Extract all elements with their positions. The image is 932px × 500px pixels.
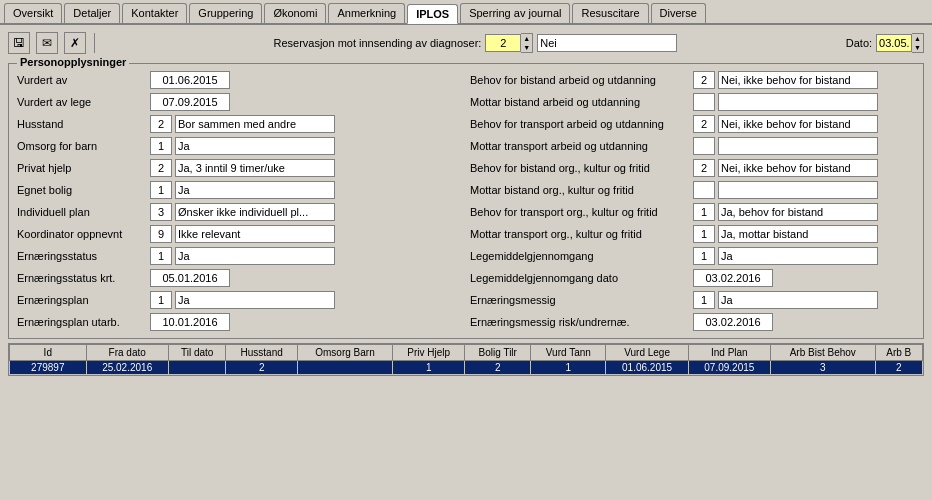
tab-okonomi[interactable]: Økonomi <box>264 3 326 23</box>
vurdert-av-lege-value[interactable] <box>150 93 230 111</box>
behov-bistand-org-text[interactable] <box>718 159 878 177</box>
cell-omsorg-barn <box>297 361 392 375</box>
husstand-label: Husstand <box>17 118 147 130</box>
form-grid: Vurdert av Vurdert av lege Husstand Omso… <box>17 70 915 332</box>
privat-hjelp-num[interactable] <box>150 159 172 177</box>
cell-id: 279897 <box>10 361 87 375</box>
behov-transport-org-label: Behov for transport org., kultur og frit… <box>470 206 690 218</box>
table-header-row: Id Fra dato Til dato Husstand Omsorg Bar… <box>10 345 923 361</box>
tab-oversikt[interactable]: Oversikt <box>4 3 62 23</box>
mottar-transport-org-text[interactable] <box>718 225 878 243</box>
tab-resuscitare[interactable]: Resuscitare <box>572 3 648 23</box>
mottar-transport-arbeid-row: Mottar transport arbeid og utdanning <box>470 136 915 156</box>
cell-vurd-tann: 1 <box>531 361 606 375</box>
mottar-transport-arbeid-label: Mottar transport arbeid og utdanning <box>470 140 690 152</box>
vurdert-av-lege-row: Vurdert av lege <box>17 92 462 112</box>
reservasjon-spinner[interactable]: ▲ ▼ <box>485 33 533 53</box>
col-bolig-tilr: Bolig Tilr <box>465 345 531 361</box>
dato-label: Dato: <box>846 37 872 49</box>
spinner-down[interactable]: ▼ <box>521 43 532 52</box>
dato-spinner[interactable]: ▲ ▼ <box>876 33 924 53</box>
tab-gruppering[interactable]: Gruppering <box>189 3 262 23</box>
egnet-bolig-text[interactable] <box>175 181 335 199</box>
spinner-up[interactable]: ▲ <box>521 34 532 43</box>
koordinator-text[interactable] <box>175 225 335 243</box>
mottar-bistand-arbeid-num[interactable] <box>693 93 715 111</box>
mottar-transport-org-label: Mottar transport org., kultur og fritid <box>470 228 690 240</box>
vurdert-av-lege-label: Vurdert av lege <box>17 96 147 108</box>
tab-iplos[interactable]: IPLOS <box>407 4 458 24</box>
behov-bistand-arbeid-num[interactable] <box>693 71 715 89</box>
save-button[interactable]: 🖫 <box>8 32 30 54</box>
individuell-plan-num[interactable] <box>150 203 172 221</box>
egnet-bolig-num[interactable] <box>150 181 172 199</box>
email-button[interactable]: ✉ <box>36 32 58 54</box>
reservasjon-value[interactable] <box>485 34 521 52</box>
ernaringsstatus-num[interactable] <box>150 247 172 265</box>
husstand-text[interactable] <box>175 115 335 133</box>
mottar-transport-arbeid-num[interactable] <box>693 137 715 155</box>
behov-bistand-arbeid-text[interactable] <box>718 71 878 89</box>
ernaringsplan-utarb-value[interactable] <box>150 313 230 331</box>
behov-transport-org-text[interactable] <box>718 203 878 221</box>
ernaringsmessig-risk-value[interactable] <box>693 313 773 331</box>
section-title: Personopplysninger <box>17 56 129 68</box>
behov-transport-arbeid-text[interactable] <box>718 115 878 133</box>
tab-diverse[interactable]: Diverse <box>651 3 706 23</box>
husstand-num[interactable] <box>150 115 172 133</box>
mottar-bistand-org-num[interactable] <box>693 181 715 199</box>
cell-arb-b: 2 <box>875 361 922 375</box>
individuell-plan-text[interactable] <box>175 203 335 221</box>
vurdert-av-value[interactable] <box>150 71 230 89</box>
behov-transport-org-row: Behov for transport org., kultur og frit… <box>470 202 915 222</box>
legemiddelgjennomgang-dato-label: Legemiddelgjennomgang dato <box>470 272 690 284</box>
mottar-transport-org-num[interactable] <box>693 225 715 243</box>
behov-bistand-org-num[interactable] <box>693 159 715 177</box>
spinner-arrows[interactable]: ▲ ▼ <box>521 33 533 53</box>
ernaringsplan-num[interactable] <box>150 291 172 309</box>
mottar-bistand-org-text[interactable] <box>718 181 878 199</box>
behov-transport-org-num[interactable] <box>693 203 715 221</box>
tab-detaljer[interactable]: Detaljer <box>64 3 120 23</box>
mottar-bistand-arbeid-text[interactable] <box>718 93 878 111</box>
col-husstand: Husstand <box>226 345 297 361</box>
ernaringsstatus-text[interactable] <box>175 247 335 265</box>
cell-ind-plan: 07.09.2015 <box>688 361 770 375</box>
ernaringsstatus-krt-value[interactable] <box>150 269 230 287</box>
privat-hjelp-label: Privat hjelp <box>17 162 147 174</box>
col-til-dato: Til dato <box>168 345 226 361</box>
omsorg-barn-num[interactable] <box>150 137 172 155</box>
table-row[interactable]: 279897 25.02.2016 2 1 2 1 01.06.2015 07.… <box>10 361 923 375</box>
mottar-transport-arbeid-text[interactable] <box>718 137 878 155</box>
tab-sperring[interactable]: Sperring av journal <box>460 3 570 23</box>
ernaringsmessig-text[interactable] <box>718 291 878 309</box>
tab-anmerkning[interactable]: Anmerkning <box>328 3 405 23</box>
ernaringsplan-text[interactable] <box>175 291 335 309</box>
behov-bistand-org-row: Behov for bistand org., kultur og fritid <box>470 158 915 178</box>
behov-transport-arbeid-num[interactable] <box>693 115 715 133</box>
legemiddelgjennomgang-num[interactable] <box>693 247 715 265</box>
records-table: Id Fra dato Til dato Husstand Omsorg Bar… <box>9 344 923 375</box>
dato-value[interactable] <box>876 34 912 52</box>
delete-button[interactable]: ✗ <box>64 32 86 54</box>
tab-kontakter[interactable]: Kontakter <box>122 3 187 23</box>
ernaringsmessig-risk-label: Ernæringsmessig risk/undrernæ. <box>470 316 690 328</box>
cell-priv-hjelp: 1 <box>393 361 465 375</box>
toolbar-separator <box>94 33 95 53</box>
dato-up[interactable]: ▲ <box>912 34 923 43</box>
privat-hjelp-text[interactable] <box>175 159 335 177</box>
legemiddelgjennomgang-row: Legemiddelgjennomgang <box>470 246 915 266</box>
omsorg-barn-text[interactable] <box>175 137 335 155</box>
dato-down[interactable]: ▼ <box>912 43 923 52</box>
col-id: Id <box>10 345 87 361</box>
cell-husstand: 2 <box>226 361 297 375</box>
koordinator-num[interactable] <box>150 225 172 243</box>
col-omsorg-barn: Omsorg Barn <box>297 345 392 361</box>
tab-bar: Oversikt Detaljer Kontakter Gruppering Ø… <box>0 0 932 25</box>
legemiddelgjennomgang-text[interactable] <box>718 247 878 265</box>
dato-spinner-arrows[interactable]: ▲ ▼ <box>912 33 924 53</box>
reservasjon-text[interactable] <box>537 34 677 52</box>
legemiddelgjennomgang-dato-value[interactable] <box>693 269 773 287</box>
ernaringsmessig-num[interactable] <box>693 291 715 309</box>
husstand-row: Husstand <box>17 114 462 134</box>
